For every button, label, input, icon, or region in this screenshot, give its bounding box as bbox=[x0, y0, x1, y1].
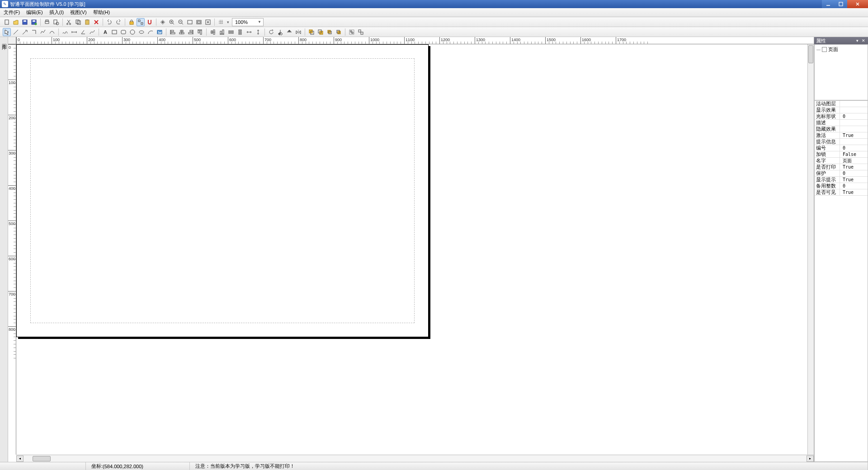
property-row[interactable]: 是否打印True bbox=[815, 164, 868, 170]
library-tab[interactable]: 图库 bbox=[0, 37, 8, 462]
arc-tool[interactable] bbox=[146, 28, 155, 36]
select-tool[interactable] bbox=[3, 28, 11, 36]
tree-root-item[interactable]: — 页面 bbox=[816, 46, 866, 53]
distribute-h-button[interactable] bbox=[227, 28, 235, 36]
rotate-button[interactable] bbox=[267, 28, 275, 36]
property-row[interactable]: 活动图层 bbox=[815, 101, 868, 107]
menu-edit[interactable]: 编辑(E) bbox=[26, 9, 43, 16]
align-bottom-button[interactable] bbox=[218, 28, 226, 36]
cut-button[interactable] bbox=[65, 18, 73, 26]
ungroup-button[interactable] bbox=[357, 28, 365, 36]
bring-front-button[interactable] bbox=[307, 28, 316, 36]
align-middle-button[interactable] bbox=[209, 28, 217, 36]
polyline-tool[interactable] bbox=[39, 28, 47, 36]
redo-button[interactable] bbox=[114, 18, 123, 26]
same-height-button[interactable] bbox=[254, 28, 262, 36]
scrollbar-thumb[interactable] bbox=[33, 456, 51, 461]
property-value[interactable]: 页面 bbox=[840, 158, 868, 164]
property-row[interactable]: 光标形状0 bbox=[815, 113, 868, 120]
curve-tool[interactable] bbox=[48, 28, 56, 36]
panel-controls[interactable]: ▾ ✕ bbox=[856, 38, 866, 43]
property-row[interactable]: 提示信息 bbox=[815, 139, 868, 145]
property-row[interactable]: 是否可见True bbox=[815, 189, 868, 196]
property-row[interactable]: 加锁False bbox=[815, 151, 868, 158]
property-value[interactable]: 0 bbox=[840, 114, 868, 119]
property-row[interactable]: 隐藏效果 bbox=[815, 126, 868, 132]
undo-button[interactable] bbox=[105, 18, 113, 26]
property-value[interactable]: 0 bbox=[840, 171, 868, 176]
property-value[interactable]: True bbox=[840, 190, 868, 195]
dimension-tool[interactable] bbox=[70, 28, 78, 36]
pan-button[interactable] bbox=[159, 18, 167, 26]
minimize-button[interactable] bbox=[822, 0, 835, 8]
print-button[interactable] bbox=[43, 18, 51, 26]
image-tool[interactable] bbox=[156, 28, 164, 36]
menu-view[interactable]: 视图(V) bbox=[70, 9, 87, 16]
mirror-button[interactable] bbox=[294, 28, 302, 36]
property-value[interactable]: True bbox=[840, 133, 868, 138]
menu-file[interactable]: 文件(F) bbox=[4, 9, 20, 16]
bezier-tool[interactable] bbox=[88, 28, 96, 36]
property-row[interactable]: 描述 bbox=[815, 120, 868, 126]
align-left-button[interactable] bbox=[169, 28, 177, 36]
print-preview-button[interactable] bbox=[52, 18, 60, 26]
send-back-button[interactable] bbox=[316, 28, 325, 36]
property-value[interactable]: 0 bbox=[840, 183, 868, 188]
open-button[interactable] bbox=[12, 18, 20, 26]
vertical-scrollbar[interactable] bbox=[807, 44, 814, 455]
line-tool[interactable] bbox=[12, 28, 20, 36]
grid-button[interactable] bbox=[217, 18, 225, 26]
ellipse-tool[interactable] bbox=[137, 28, 146, 36]
property-row[interactable]: 名字页面 bbox=[815, 158, 868, 164]
property-value[interactable]: False bbox=[840, 152, 868, 157]
property-value[interactable]: 0 bbox=[840, 146, 868, 150]
property-grid[interactable]: 活动图层显示效果光标形状0描述隐藏效果激活True提示信息编号0加锁False名… bbox=[814, 100, 868, 462]
copy-button[interactable] bbox=[74, 18, 82, 26]
property-row[interactable]: 显示效果 bbox=[815, 107, 868, 113]
zoom-combo[interactable]: 100% ▼ bbox=[232, 18, 264, 26]
flip-v-button[interactable] bbox=[285, 28, 293, 36]
property-row[interactable]: 显示提示True bbox=[815, 177, 868, 183]
property-row[interactable]: 保护0 bbox=[815, 170, 868, 177]
new-button[interactable] bbox=[3, 18, 11, 26]
roundrect-tool[interactable] bbox=[119, 28, 127, 36]
group-button[interactable] bbox=[348, 28, 356, 36]
circle-tool[interactable] bbox=[128, 28, 137, 36]
maximize-button[interactable] bbox=[835, 0, 847, 8]
send-backward-button[interactable] bbox=[335, 28, 343, 36]
align-top-button[interactable] bbox=[196, 28, 204, 36]
zoom-page-button[interactable] bbox=[195, 18, 203, 26]
paste-button[interactable] bbox=[83, 18, 91, 26]
property-row[interactable]: 备用整数0 bbox=[815, 183, 868, 189]
same-width-button[interactable] bbox=[245, 28, 253, 36]
flip-h-button[interactable] bbox=[276, 28, 284, 36]
zoom-sel-button[interactable] bbox=[204, 18, 212, 26]
text-tool[interactable]: A bbox=[101, 28, 109, 36]
scroll-right-button[interactable]: ▸ bbox=[807, 456, 814, 462]
menu-help[interactable]: 帮助(H) bbox=[93, 9, 110, 16]
property-row[interactable]: 激活True bbox=[815, 132, 868, 139]
distribute-v-button[interactable] bbox=[236, 28, 244, 36]
freehand-tool[interactable] bbox=[61, 28, 69, 36]
saveas-button[interactable] bbox=[30, 18, 38, 26]
snap-button[interactable] bbox=[137, 18, 145, 26]
align-center-h-button[interactable] bbox=[178, 28, 186, 36]
menu-insert[interactable]: 插入(I) bbox=[49, 9, 64, 16]
scrollbar-thumb[interactable] bbox=[808, 45, 813, 63]
horizontal-scrollbar[interactable]: ◂ ▸ bbox=[16, 455, 814, 462]
scroll-left-button[interactable]: ◂ bbox=[16, 456, 24, 462]
canvas-area[interactable]: 0100200300400500600700800900100011001200… bbox=[8, 37, 814, 462]
magnet-button[interactable] bbox=[146, 18, 154, 26]
property-value[interactable]: True bbox=[840, 164, 868, 169]
save-button[interactable] bbox=[21, 18, 29, 26]
align-right-button[interactable] bbox=[187, 28, 195, 36]
property-value[interactable]: True bbox=[840, 177, 868, 182]
drawing-canvas[interactable] bbox=[16, 44, 814, 455]
open-rect-tool[interactable] bbox=[30, 28, 38, 36]
zoom-in-button[interactable] bbox=[168, 18, 176, 26]
bring-forward-button[interactable] bbox=[326, 28, 334, 36]
arrow-tool[interactable] bbox=[21, 28, 29, 36]
rect-tool[interactable] bbox=[110, 28, 118, 36]
lock-button[interactable] bbox=[127, 18, 136, 26]
property-row[interactable]: 编号0 bbox=[815, 145, 868, 151]
